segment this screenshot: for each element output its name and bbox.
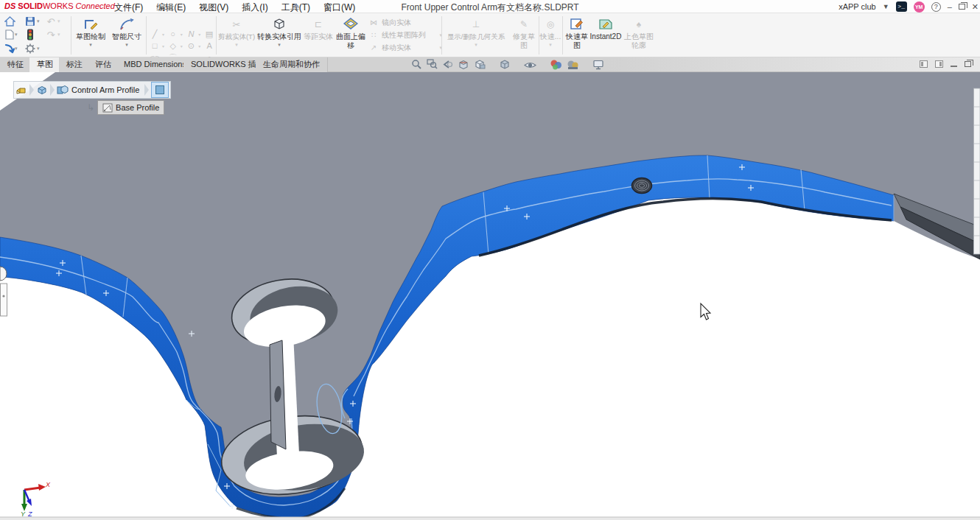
options-gear-icon[interactable] xyxy=(24,43,37,55)
pane-left-icon[interactable] xyxy=(920,60,928,68)
breadcrumb[interactable]: Control Arm Profile xyxy=(13,81,171,99)
apply-scene-icon[interactable] xyxy=(567,59,579,73)
instant2d-label: Instant2D xyxy=(590,32,622,41)
breadcrumb-profile-cell[interactable] xyxy=(151,82,169,98)
instant2d-button[interactable]: Instant2D xyxy=(590,15,621,56)
shaded-contours-icon: ♠ xyxy=(637,16,641,32)
rebuild-dropdown[interactable]: ▾ xyxy=(15,46,18,52)
repair-sketch-button: ✎ 修复草图 xyxy=(510,15,538,56)
triad-x-label: X xyxy=(45,481,51,488)
terminal-icon[interactable]: >_ xyxy=(896,1,907,12)
edit-appearance-icon[interactable] xyxy=(550,59,562,73)
previous-view-icon[interactable] xyxy=(442,59,453,73)
zoom-to-area-icon[interactable] xyxy=(427,59,438,73)
save-icon[interactable] xyxy=(24,15,37,27)
tab-features[interactable]: 特征 xyxy=(0,57,32,72)
tab-sketch[interactable]: 草图 xyxy=(29,57,61,72)
sketch-profile-icon xyxy=(102,103,113,113)
undo-icon: ↶ xyxy=(44,15,57,27)
shaded-contours-button: ♠ 上色草图轮廓 xyxy=(622,15,656,56)
view-settings-icon[interactable] xyxy=(592,60,604,73)
home-icon[interactable] xyxy=(3,15,16,27)
viewport-scrollbar[interactable] xyxy=(974,88,980,254)
mirror-entities-button: ⋈ 镜向实体 xyxy=(368,16,442,29)
display-relations-icon: ⊥ xyxy=(472,16,480,32)
traffic-light-icon[interactable] xyxy=(24,29,37,41)
tab-evaluate[interactable]: 评估 xyxy=(88,57,119,72)
trim-entities-button: ✂ 剪裁实体(T) ▾ xyxy=(218,15,255,56)
bottom-edge-strip xyxy=(0,517,980,520)
rectangle-tool-icon: □ xyxy=(149,41,161,50)
solid-body-icon[interactable] xyxy=(36,85,48,95)
panel-collapse-handle[interactable] xyxy=(0,267,7,316)
doc-minimize-button[interactable] xyxy=(951,66,957,67)
quick-snaps-label: 快速... xyxy=(540,32,561,41)
display-style-icon[interactable] xyxy=(499,59,511,73)
restore-button[interactable] xyxy=(959,4,965,10)
pane-right-icon[interactable] xyxy=(935,60,943,68)
breadcrumb-child-button[interactable]: Base Profile xyxy=(97,100,164,115)
graphics-area[interactable]: X Y Z xyxy=(0,72,980,520)
smart-dimension-label: 智能尺寸 xyxy=(112,32,141,41)
breadcrumb-child-label: Base Profile xyxy=(116,103,159,112)
display-relations-dropdown: ▾ xyxy=(475,42,477,48)
sketch-label: 草图绘制 xyxy=(76,32,105,41)
smart-dimension-button[interactable]: 智能尺寸 ▾ xyxy=(110,15,144,56)
options-dropdown[interactable]: ▾ xyxy=(37,46,40,52)
minimize-button[interactable]: – xyxy=(948,1,952,13)
breadcrumb-separator xyxy=(29,84,34,96)
breadcrumb-feature-label[interactable]: Control Arm Profile xyxy=(71,85,139,94)
new-dropdown[interactable]: ▾ xyxy=(15,32,18,38)
undo-dropdown: ▾ xyxy=(57,18,60,24)
repair-sketch-icon: ✎ xyxy=(520,16,528,32)
move-entities-icon: ↗ xyxy=(368,43,379,52)
chevron-down-icon[interactable]: ▼ xyxy=(883,3,889,10)
title-bar: DS SOLIDWORKS Connected 文件(F) 编辑(E) 视图(V… xyxy=(0,0,980,13)
view-orientation-icon[interactable] xyxy=(474,59,486,73)
mouse-cursor xyxy=(701,303,710,320)
convert-dropdown[interactable]: ▾ xyxy=(278,42,281,48)
circle-tool-icon: ○ xyxy=(167,29,179,38)
linear-pattern-icon: ∷ xyxy=(368,31,379,39)
tab-markup[interactable]: 标注 xyxy=(59,57,91,72)
convert-entities-icon xyxy=(272,16,287,32)
convert-entities-button[interactable]: 转换实体引用 ▾ xyxy=(256,15,302,56)
document-window-controls xyxy=(920,60,971,68)
save-dropdown[interactable]: ▾ xyxy=(37,18,40,24)
move-entities-label: 移动实体 xyxy=(382,43,411,53)
trim-entities-icon: ✂ xyxy=(233,16,241,32)
tab-lifecycle[interactable]: 生命周期和协作 xyxy=(256,57,328,72)
sketch-dropdown[interactable]: ▾ xyxy=(89,42,92,48)
help-icon[interactable]: ? xyxy=(931,2,941,12)
display-relations-button: ⊥ 显示/删除几何关系 ▾ xyxy=(444,15,508,56)
document-title: Front Upper Control Arm有文档名称.SLDPRT xyxy=(0,1,980,14)
threaded-hole[interactable] xyxy=(632,178,652,194)
rapid-sketch-label: 快速草图 xyxy=(564,32,589,49)
offset-on-surface-icon xyxy=(343,16,358,32)
ellipse-tool-icon: ⊙ xyxy=(185,41,197,51)
rapid-sketch-button[interactable]: 快速草图 xyxy=(564,15,589,56)
close-button[interactable]: ✕ xyxy=(972,1,979,13)
convert-entities-label: 转换实体引用 xyxy=(257,32,301,41)
feature-icon[interactable] xyxy=(57,85,69,95)
smart-dimension-dropdown[interactable]: ▾ xyxy=(125,42,128,48)
redo-dropdown: ▾ xyxy=(57,32,60,38)
shaded-contours-label: 上色草图轮廓 xyxy=(622,32,656,49)
quick-snaps-dropdown: ▾ xyxy=(549,42,552,48)
line-tool-icon: ╱ xyxy=(149,29,161,39)
section-view-icon[interactable] xyxy=(458,59,469,73)
rapid-sketch-icon xyxy=(570,16,584,32)
offset-on-surface-button[interactable]: 曲面上偏移 xyxy=(335,15,367,56)
linear-pattern-button: ∷ 线性草图阵列 ▾ xyxy=(368,29,442,41)
sketch-tools-column: ⋈ 镜向实体 ∷ 线性草图阵列 ▾ ↗ 移动实体 ▾ xyxy=(368,16,442,54)
sketch-button[interactable]: 草图绘制 ▾ xyxy=(74,15,108,56)
avatar[interactable]: YM xyxy=(914,1,925,13)
mirror-entities-label: 镜向实体 xyxy=(382,18,411,28)
workspace-selector[interactable]: xAPP club xyxy=(839,2,876,11)
redo-icon: ↷ xyxy=(44,29,57,41)
doc-restore-button[interactable] xyxy=(965,61,971,67)
hide-show-items-icon[interactable] xyxy=(524,60,536,73)
zoom-to-fit-icon[interactable] xyxy=(411,59,422,73)
spline-tool-icon: N xyxy=(185,29,197,38)
offset-entities-button: ⊏ 等距实体 xyxy=(304,15,333,56)
